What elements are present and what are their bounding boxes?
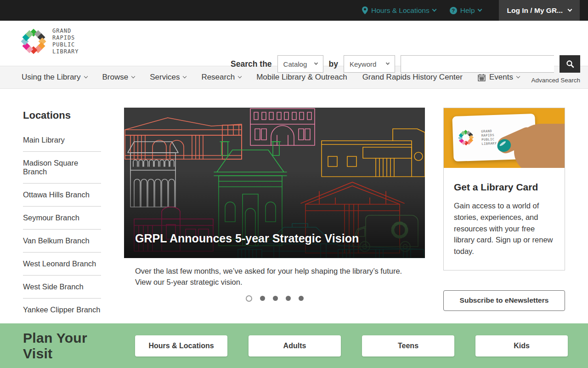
chevron-down-icon bbox=[477, 7, 482, 12]
chevron-down-icon bbox=[84, 75, 87, 78]
logo-line: RAPIDS bbox=[52, 34, 79, 41]
carousel-headline[interactable]: GRPL Announces 5-year Strategic Vision bbox=[135, 232, 359, 245]
locations-title: Locations bbox=[23, 109, 101, 121]
hours-locations-link[interactable]: Hours & Locations bbox=[362, 6, 436, 15]
nav-browse[interactable]: Browse bbox=[102, 73, 135, 82]
logo-ring-icon bbox=[458, 130, 473, 145]
logo-line: LIBRARY bbox=[481, 142, 497, 146]
carousel-dot[interactable] bbox=[299, 296, 304, 301]
logo-wordmark: GRAND RAPIDS PUBLIC LIBRARY bbox=[52, 28, 79, 55]
chevron-down-icon bbox=[386, 61, 390, 65]
library-card-body: Get a Library Card Gain access to a worl… bbox=[444, 168, 565, 270]
nav-using-the-library[interactable]: Using the Library bbox=[22, 73, 87, 82]
search-by-label: by bbox=[329, 59, 338, 69]
carousel-dot[interactable] bbox=[286, 296, 291, 301]
carousel-slide[interactable]: GRPL Announces 5-year Strategic Vision bbox=[124, 108, 425, 258]
library-card-title: Get a Library Card bbox=[454, 182, 554, 193]
plan-adults-button[interactable]: Adults bbox=[249, 335, 341, 356]
hours-locations-label: Hours & Locations bbox=[371, 6, 430, 15]
logo-line: LIBRARY bbox=[52, 48, 79, 55]
chevron-down-icon bbox=[568, 7, 572, 12]
sidebar-item-main-library[interactable]: Main Library bbox=[23, 129, 101, 152]
site-logo[interactable]: GRAND RAPIDS PUBLIC LIBRARY bbox=[22, 28, 79, 55]
search-prefix-label: Search the bbox=[231, 59, 271, 69]
help-link[interactable]: ? Help bbox=[450, 6, 481, 15]
logo-line: GRAND bbox=[52, 28, 79, 34]
utility-bar: Hours & Locations ? Help Log In / My GR.… bbox=[0, 0, 588, 21]
nav-services[interactable]: Services bbox=[150, 73, 186, 82]
subscribe-enewsletters-button[interactable]: Subscribe to eNewsletters bbox=[443, 290, 565, 311]
search-field-value: Keyword bbox=[350, 60, 376, 68]
help-label: Help bbox=[460, 6, 475, 15]
site-header: GRAND RAPIDS PUBLIC LIBRARY Search the C… bbox=[0, 21, 588, 66]
plan-your-visit-band: Plan Your Visit Hours & Locations Adults… bbox=[0, 323, 588, 368]
advanced-search-link[interactable]: Advanced Search bbox=[231, 77, 580, 84]
library-card-promo[interactable]: GRAND RAPIDS PUBLIC LIBRARY Get a Librar… bbox=[443, 108, 565, 270]
sidebar-item-seymour[interactable]: Seymour Branch bbox=[23, 207, 101, 230]
library-card-photo: GRAND RAPIDS PUBLIC LIBRARY bbox=[444, 108, 565, 168]
carousel-column: GRPL Announces 5-year Strategic Vision O… bbox=[124, 108, 425, 323]
search-scope-value: Catalog bbox=[283, 60, 307, 68]
search-area: Search the Catalog by Keyword Advanced S… bbox=[231, 55, 580, 84]
location-pin-icon bbox=[362, 6, 368, 14]
library-card-wordmark: GRAND RAPIDS PUBLIC LIBRARY bbox=[481, 129, 497, 147]
plan-teens-button[interactable]: Teens bbox=[362, 335, 454, 356]
search-scope-select[interactable]: Catalog bbox=[277, 55, 323, 73]
sidebar-item-madison-square[interactable]: Madison Square Branch bbox=[23, 152, 101, 184]
locations-sidebar: Locations Main Library Madison Square Br… bbox=[23, 108, 101, 323]
carousel-dot[interactable] bbox=[246, 295, 252, 302]
search-input[interactable] bbox=[401, 55, 554, 73]
sidebar-item-yankee-clipper[interactable]: Yankee Clipper Branch bbox=[23, 299, 101, 321]
logo-line: PUBLIC bbox=[52, 41, 79, 48]
logo-ring-icon bbox=[22, 29, 45, 53]
plan-hours-locations-button[interactable]: Hours & Locations bbox=[135, 335, 227, 356]
sidebar-item-ottawa-hills[interactable]: Ottawa Hills Branch bbox=[23, 184, 101, 207]
sidebar-item-van-belkum[interactable]: Van Belkum Branch bbox=[23, 230, 101, 253]
login-menu-button[interactable]: Log In / My GR... bbox=[499, 0, 580, 21]
magnifier-icon bbox=[566, 60, 574, 68]
chevron-down-icon bbox=[432, 7, 436, 12]
nav-label: Services bbox=[150, 73, 180, 82]
carousel-description: Over the last few months, we’ve asked fo… bbox=[135, 266, 414, 288]
plan-kids-button[interactable]: Kids bbox=[475, 335, 568, 356]
search-field-select[interactable]: Keyword bbox=[344, 55, 395, 73]
nav-label: Using the Library bbox=[22, 73, 81, 82]
main-content: Locations Main Library Madison Square Br… bbox=[0, 89, 588, 323]
question-circle-icon: ? bbox=[450, 7, 457, 14]
chevron-down-icon bbox=[314, 61, 317, 65]
login-label: Log In / My GR... bbox=[507, 6, 563, 15]
nav-label: Research bbox=[201, 73, 235, 82]
chevron-down-icon bbox=[131, 75, 135, 78]
library-card-text: Gain access to a world of stories, exper… bbox=[454, 200, 554, 257]
search-button[interactable] bbox=[560, 55, 580, 73]
carousel-dot[interactable] bbox=[260, 296, 265, 301]
carousel-dots bbox=[124, 295, 425, 302]
chevron-down-icon bbox=[183, 75, 187, 78]
carousel-dot[interactable] bbox=[273, 296, 278, 301]
sidebar-item-west-leonard[interactable]: West Leonard Branch bbox=[23, 253, 101, 276]
plan-your-visit-title: Plan Your Visit bbox=[23, 330, 114, 362]
right-column: GRAND RAPIDS PUBLIC LIBRARY Get a Librar… bbox=[443, 108, 565, 323]
nav-label: Browse bbox=[102, 73, 129, 82]
sidebar-item-west-side[interactable]: West Side Branch bbox=[23, 276, 101, 299]
